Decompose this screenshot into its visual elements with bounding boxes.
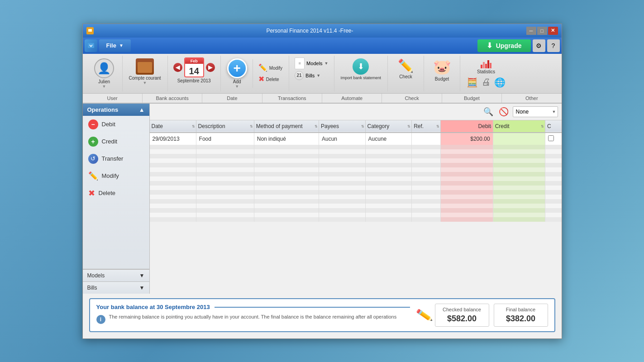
table-row[interactable] [150, 190, 562, 195]
user-item[interactable]: 👤 Julien ▼ [93, 57, 115, 90]
close-button[interactable]: ✕ [548, 27, 558, 35]
models-button[interactable]: ≡ Models ▼ [295, 57, 328, 69]
add-transaction-button[interactable]: + Add ▼ [226, 57, 248, 90]
balance-bar: Your bank balance at 30 Septembre 2013 i… [89, 298, 555, 332]
window-controls: ─ □ ✕ [526, 27, 558, 35]
row-check[interactable] [548, 135, 554, 141]
filter-button[interactable]: 🚫 [498, 106, 509, 117]
tools-button[interactable]: ⚙ [533, 39, 545, 52]
date-label: Septembre 2013 [177, 78, 211, 83]
calculator-button[interactable]: 🧮 [466, 76, 479, 89]
table-row[interactable] [150, 217, 562, 222]
table-row[interactable] [150, 195, 562, 199]
calendar-icon: Feb 14 [184, 57, 204, 77]
section-label-date: Date [202, 94, 262, 103]
modify-button[interactable]: ✏️ Modify [258, 62, 283, 73]
sidebar-item-credit[interactable]: + Credit [83, 133, 149, 150]
globe-button[interactable]: 🌐 [493, 76, 506, 89]
table-row[interactable] [150, 186, 562, 190]
table-row[interactable]: 29/09/2013 Food Non indiqué Aucun Aucune… [150, 133, 562, 145]
checked-balance-label: Checked balance [442, 307, 482, 312]
table-row[interactable] [150, 163, 562, 167]
transfer-icon: ↺ [88, 154, 98, 164]
table-row[interactable] [150, 145, 562, 149]
check-button[interactable]: ✏️ Check [397, 57, 415, 80]
bills-button[interactable]: 21 Bills ▼ [295, 71, 328, 80]
account-item[interactable]: Compte courant ▼ [128, 57, 162, 86]
calculator-icon: 🧮 [467, 77, 478, 88]
toolbar-budget-section: 🐷 Budget [424, 56, 460, 91]
toolbar-transactions-section: + Add ▼ ✏️ Modify ✖ Delete [221, 56, 289, 91]
import-button[interactable]: ⬇ Import bank statement [340, 57, 382, 81]
delete-sidebar-icon: ✖ [88, 188, 95, 198]
sidebar-item-delete[interactable]: ✖ Delete [83, 185, 149, 202]
table-row[interactable] [150, 181, 562, 186]
section-label-transactions: Transactions [262, 94, 322, 103]
table-row[interactable] [150, 154, 562, 158]
balance-section: Your bank balance at 30 Septembre 2013 i… [83, 294, 562, 338]
col-header-payees[interactable]: Payees ⇅ [319, 120, 366, 133]
printer-icon: 🖨 [482, 77, 491, 87]
modify-icon: ✏️ [258, 63, 267, 72]
modify-sidebar-icon: ✏️ [88, 171, 98, 181]
col-header-credit[interactable]: Credit ⇅ [493, 120, 545, 133]
table-row[interactable] [150, 172, 562, 176]
upgrade-icon: ⬇ [487, 41, 492, 50]
checked-balance-value: $582.00 [442, 314, 482, 324]
section-label-automate: Automate [322, 94, 382, 103]
table-row[interactable] [150, 204, 562, 208]
toolbar-import-section: ⬇ Import bank statement [334, 56, 388, 91]
sidebar-item-transfer[interactable]: ↺ Transfer [83, 150, 149, 167]
file-menu-button[interactable]: File ▼ [99, 39, 131, 52]
minimize-button[interactable]: ─ [526, 27, 536, 35]
transactions-table: Date ⇅ Description ⇅ Method of payment ⇅ [150, 120, 562, 222]
col-header-date[interactable]: Date ⇅ [150, 120, 196, 133]
filter-select[interactable]: None [513, 106, 558, 117]
bills-count-badge: 21 [295, 71, 304, 80]
col-header-description[interactable]: Description ⇅ [196, 120, 254, 133]
delete-icon: ✖ [258, 75, 264, 83]
bills-accordion[interactable]: Bills ▼ [83, 281, 149, 294]
table-row[interactable] [150, 149, 562, 154]
help-button[interactable]: ? [547, 39, 560, 52]
sidebar: Operations ▲ − Debit + Credit ↺ Transfer… [83, 104, 150, 294]
account-label: Compte courant [129, 76, 161, 81]
final-balance-value: $382.00 [501, 314, 541, 324]
checked-balance-box: Checked balance $582.00 [435, 304, 489, 327]
col-header-check[interactable]: C [545, 120, 562, 133]
main-toolbar: 👤 Julien ▼ Compte courant ▼ ◀ Feb [83, 54, 562, 94]
operations-header[interactable]: Operations ▲ [83, 104, 149, 116]
col-header-category[interactable]: Category ⇅ [365, 120, 412, 133]
statistics-button[interactable]: Statistics [466, 57, 506, 75]
toolbar-check-section: ✏️ Check [388, 56, 424, 91]
sidebar-item-debit[interactable]: − Debit [83, 116, 149, 133]
date-next-button[interactable]: ▶ [206, 63, 215, 72]
col-header-method[interactable]: Method of payment ⇅ [254, 120, 319, 133]
table-row[interactable] [150, 167, 562, 172]
upgrade-button[interactable]: ⬇ Upgrade [477, 39, 531, 52]
search-button[interactable]: 🔍 [482, 105, 495, 118]
models-accordion[interactable]: Models ▼ [83, 269, 149, 281]
transactions-table-container[interactable]: Date ⇅ Description ⇅ Method of payment ⇅ [150, 120, 562, 294]
budget-button[interactable]: 🐷 Budget [432, 57, 452, 82]
delete-button[interactable]: ✖ Delete [258, 74, 283, 84]
title-bar: Personal Finance 2014 v11.4 -Free- ─ □ ✕ [83, 24, 562, 38]
svg-rect-2 [88, 43, 94, 48]
col-header-ref[interactable]: Ref. ⇅ [412, 120, 441, 133]
toolbar-date-section: ◀ Feb 14 ▶ Septembre 2013 [168, 56, 221, 91]
section-label-budget: Budget [442, 94, 502, 103]
table-row[interactable] [150, 176, 562, 181]
printer-button[interactable]: 🖨 [481, 76, 491, 88]
app-icon [86, 27, 94, 34]
piggy-icon: 🐷 [433, 58, 451, 76]
date-prev-button[interactable]: ◀ [173, 63, 182, 72]
toolbar-section-labels: User Bank accounts Date Transactions Aut… [83, 94, 562, 104]
table-row[interactable] [150, 213, 562, 217]
balance-title: Your bank balance at 30 Septembre 2013 [96, 304, 410, 310]
table-row[interactable] [150, 208, 562, 213]
table-row[interactable] [150, 158, 562, 163]
sidebar-item-modify[interactable]: ✏️ Modify [83, 167, 149, 185]
col-header-debit[interactable]: Debit ⇅ [441, 120, 493, 133]
table-row[interactable] [150, 199, 562, 204]
maximize-button[interactable]: □ [537, 27, 547, 35]
